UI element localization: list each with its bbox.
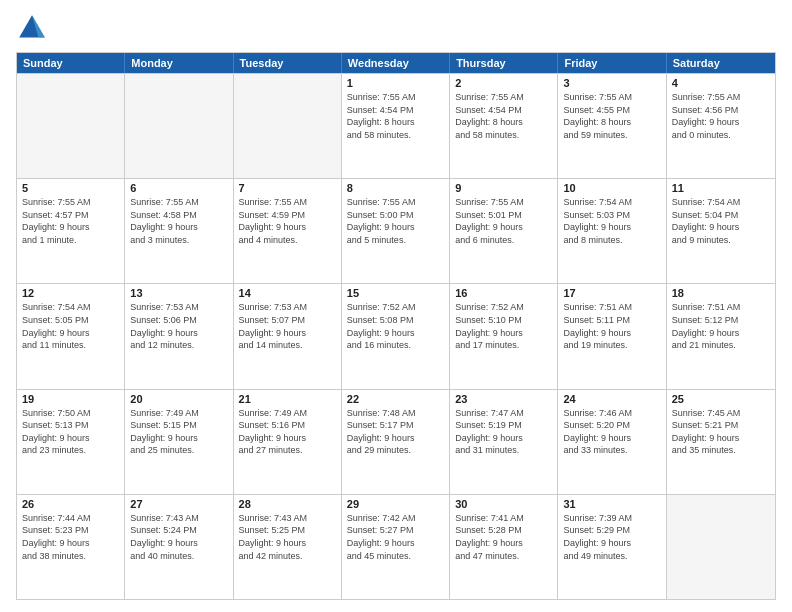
cell-info: Sunrise: 7:42 AM Sunset: 5:27 PM Dayligh… (347, 512, 444, 562)
cell-info: Sunrise: 7:54 AM Sunset: 5:04 PM Dayligh… (672, 196, 770, 246)
weekday-header: Friday (558, 53, 666, 73)
cell-day-number: 11 (672, 182, 770, 194)
calendar-row: 12Sunrise: 7:54 AM Sunset: 5:05 PM Dayli… (17, 283, 775, 388)
logo (16, 12, 52, 44)
cell-info: Sunrise: 7:39 AM Sunset: 5:29 PM Dayligh… (563, 512, 660, 562)
cell-day-number: 19 (22, 393, 119, 405)
cell-day-number: 2 (455, 77, 552, 89)
calendar-cell: 25Sunrise: 7:45 AM Sunset: 5:21 PM Dayli… (667, 390, 775, 494)
cell-info: Sunrise: 7:54 AM Sunset: 5:03 PM Dayligh… (563, 196, 660, 246)
calendar-cell: 13Sunrise: 7:53 AM Sunset: 5:06 PM Dayli… (125, 284, 233, 388)
weekday-header: Saturday (667, 53, 775, 73)
cell-info: Sunrise: 7:55 AM Sunset: 4:54 PM Dayligh… (347, 91, 444, 141)
cell-day-number: 16 (455, 287, 552, 299)
calendar-cell: 30Sunrise: 7:41 AM Sunset: 5:28 PM Dayli… (450, 495, 558, 599)
cell-info: Sunrise: 7:53 AM Sunset: 5:06 PM Dayligh… (130, 301, 227, 351)
cell-day-number: 15 (347, 287, 444, 299)
cell-info: Sunrise: 7:49 AM Sunset: 5:16 PM Dayligh… (239, 407, 336, 457)
calendar-row: 26Sunrise: 7:44 AM Sunset: 5:23 PM Dayli… (17, 494, 775, 599)
calendar-cell: 21Sunrise: 7:49 AM Sunset: 5:16 PM Dayli… (234, 390, 342, 494)
cell-info: Sunrise: 7:51 AM Sunset: 5:11 PM Dayligh… (563, 301, 660, 351)
cell-info: Sunrise: 7:54 AM Sunset: 5:05 PM Dayligh… (22, 301, 119, 351)
cell-day-number: 8 (347, 182, 444, 194)
cell-day-number: 30 (455, 498, 552, 510)
calendar-cell: 7Sunrise: 7:55 AM Sunset: 4:59 PM Daylig… (234, 179, 342, 283)
calendar-cell: 5Sunrise: 7:55 AM Sunset: 4:57 PM Daylig… (17, 179, 125, 283)
cell-info: Sunrise: 7:55 AM Sunset: 4:58 PM Dayligh… (130, 196, 227, 246)
cell-info: Sunrise: 7:50 AM Sunset: 5:13 PM Dayligh… (22, 407, 119, 457)
calendar-cell: 3Sunrise: 7:55 AM Sunset: 4:55 PM Daylig… (558, 74, 666, 178)
header (16, 12, 776, 44)
calendar-cell (17, 74, 125, 178)
cell-info: Sunrise: 7:55 AM Sunset: 4:59 PM Dayligh… (239, 196, 336, 246)
weekday-header: Monday (125, 53, 233, 73)
logo-icon (16, 12, 48, 44)
calendar-header: SundayMondayTuesdayWednesdayThursdayFrid… (17, 53, 775, 73)
cell-day-number: 26 (22, 498, 119, 510)
cell-info: Sunrise: 7:49 AM Sunset: 5:15 PM Dayligh… (130, 407, 227, 457)
cell-day-number: 28 (239, 498, 336, 510)
calendar-cell: 16Sunrise: 7:52 AM Sunset: 5:10 PM Dayli… (450, 284, 558, 388)
cell-info: Sunrise: 7:53 AM Sunset: 5:07 PM Dayligh… (239, 301, 336, 351)
calendar-cell: 28Sunrise: 7:43 AM Sunset: 5:25 PM Dayli… (234, 495, 342, 599)
cell-day-number: 29 (347, 498, 444, 510)
calendar: SundayMondayTuesdayWednesdayThursdayFrid… (16, 52, 776, 600)
cell-info: Sunrise: 7:55 AM Sunset: 5:01 PM Dayligh… (455, 196, 552, 246)
calendar-cell: 2Sunrise: 7:55 AM Sunset: 4:54 PM Daylig… (450, 74, 558, 178)
page: SundayMondayTuesdayWednesdayThursdayFrid… (0, 0, 792, 612)
calendar-cell: 18Sunrise: 7:51 AM Sunset: 5:12 PM Dayli… (667, 284, 775, 388)
weekday-header: Thursday (450, 53, 558, 73)
calendar-cell: 14Sunrise: 7:53 AM Sunset: 5:07 PM Dayli… (234, 284, 342, 388)
calendar-cell: 1Sunrise: 7:55 AM Sunset: 4:54 PM Daylig… (342, 74, 450, 178)
cell-info: Sunrise: 7:51 AM Sunset: 5:12 PM Dayligh… (672, 301, 770, 351)
calendar-cell: 12Sunrise: 7:54 AM Sunset: 5:05 PM Dayli… (17, 284, 125, 388)
cell-day-number: 12 (22, 287, 119, 299)
calendar-cell (234, 74, 342, 178)
cell-day-number: 21 (239, 393, 336, 405)
calendar-cell: 29Sunrise: 7:42 AM Sunset: 5:27 PM Dayli… (342, 495, 450, 599)
weekday-header: Tuesday (234, 53, 342, 73)
calendar-cell: 23Sunrise: 7:47 AM Sunset: 5:19 PM Dayli… (450, 390, 558, 494)
calendar-cell: 22Sunrise: 7:48 AM Sunset: 5:17 PM Dayli… (342, 390, 450, 494)
cell-info: Sunrise: 7:55 AM Sunset: 4:54 PM Dayligh… (455, 91, 552, 141)
cell-day-number: 18 (672, 287, 770, 299)
calendar-cell: 19Sunrise: 7:50 AM Sunset: 5:13 PM Dayli… (17, 390, 125, 494)
calendar-cell: 15Sunrise: 7:52 AM Sunset: 5:08 PM Dayli… (342, 284, 450, 388)
calendar-cell: 26Sunrise: 7:44 AM Sunset: 5:23 PM Dayli… (17, 495, 125, 599)
cell-info: Sunrise: 7:55 AM Sunset: 4:56 PM Dayligh… (672, 91, 770, 141)
calendar-cell: 20Sunrise: 7:49 AM Sunset: 5:15 PM Dayli… (125, 390, 233, 494)
calendar-cell: 31Sunrise: 7:39 AM Sunset: 5:29 PM Dayli… (558, 495, 666, 599)
cell-info: Sunrise: 7:55 AM Sunset: 4:57 PM Dayligh… (22, 196, 119, 246)
weekday-header: Sunday (17, 53, 125, 73)
cell-info: Sunrise: 7:55 AM Sunset: 5:00 PM Dayligh… (347, 196, 444, 246)
cell-day-number: 17 (563, 287, 660, 299)
calendar-cell: 11Sunrise: 7:54 AM Sunset: 5:04 PM Dayli… (667, 179, 775, 283)
cell-day-number: 24 (563, 393, 660, 405)
cell-info: Sunrise: 7:48 AM Sunset: 5:17 PM Dayligh… (347, 407, 444, 457)
cell-day-number: 6 (130, 182, 227, 194)
cell-info: Sunrise: 7:43 AM Sunset: 5:25 PM Dayligh… (239, 512, 336, 562)
calendar-cell: 10Sunrise: 7:54 AM Sunset: 5:03 PM Dayli… (558, 179, 666, 283)
cell-day-number: 3 (563, 77, 660, 89)
calendar-row: 5Sunrise: 7:55 AM Sunset: 4:57 PM Daylig… (17, 178, 775, 283)
calendar-cell: 4Sunrise: 7:55 AM Sunset: 4:56 PM Daylig… (667, 74, 775, 178)
calendar-cell (667, 495, 775, 599)
calendar-cell: 9Sunrise: 7:55 AM Sunset: 5:01 PM Daylig… (450, 179, 558, 283)
cell-info: Sunrise: 7:43 AM Sunset: 5:24 PM Dayligh… (130, 512, 227, 562)
cell-day-number: 14 (239, 287, 336, 299)
cell-day-number: 22 (347, 393, 444, 405)
cell-info: Sunrise: 7:55 AM Sunset: 4:55 PM Dayligh… (563, 91, 660, 141)
cell-info: Sunrise: 7:44 AM Sunset: 5:23 PM Dayligh… (22, 512, 119, 562)
cell-day-number: 25 (672, 393, 770, 405)
calendar-body: 1Sunrise: 7:55 AM Sunset: 4:54 PM Daylig… (17, 73, 775, 599)
cell-day-number: 20 (130, 393, 227, 405)
cell-info: Sunrise: 7:45 AM Sunset: 5:21 PM Dayligh… (672, 407, 770, 457)
calendar-cell: 24Sunrise: 7:46 AM Sunset: 5:20 PM Dayli… (558, 390, 666, 494)
calendar-cell: 8Sunrise: 7:55 AM Sunset: 5:00 PM Daylig… (342, 179, 450, 283)
cell-day-number: 27 (130, 498, 227, 510)
weekday-header: Wednesday (342, 53, 450, 73)
cell-info: Sunrise: 7:52 AM Sunset: 5:10 PM Dayligh… (455, 301, 552, 351)
cell-day-number: 7 (239, 182, 336, 194)
cell-day-number: 9 (455, 182, 552, 194)
calendar-cell: 6Sunrise: 7:55 AM Sunset: 4:58 PM Daylig… (125, 179, 233, 283)
